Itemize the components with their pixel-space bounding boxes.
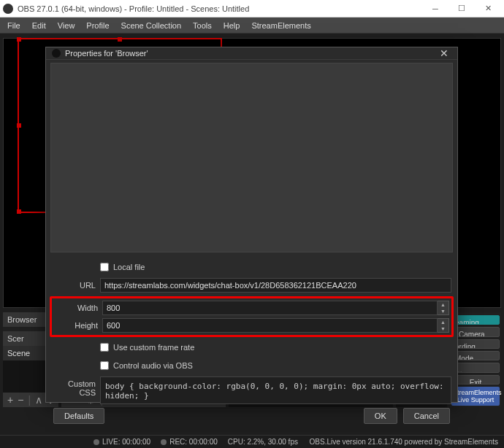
studio-mode-button[interactable]: Mode [451, 351, 500, 360]
menu-scene-collection[interactable]: Scene Collection [115, 19, 188, 32]
ok-button[interactable]: OK [364, 408, 397, 424]
resize-handle[interactable] [17, 123, 21, 128]
dialog-icon [52, 49, 61, 58]
status-bar: LIVE: 00:00:00 REC: 00:00:00 CPU: 2.2%, … [0, 435, 504, 448]
menu-profile[interactable]: Profile [80, 19, 115, 32]
dialog-title: Properties for 'Browser' [65, 49, 148, 58]
settings-button[interactable]: … [451, 363, 500, 372]
height-input[interactable] [102, 318, 438, 333]
menu-tools[interactable]: Tools [187, 19, 218, 32]
rec-indicator-icon [161, 439, 167, 445]
control-audio-input[interactable] [100, 361, 109, 370]
custom-framerate-checkbox[interactable]: Use custom frame rate [100, 343, 194, 352]
menu-streamelements[interactable]: StreamElements [245, 19, 316, 32]
control-audio-checkbox[interactable]: Control audio via OBS [100, 361, 193, 370]
control-audio-label: Control audio via OBS [113, 361, 193, 370]
url-input[interactable] [100, 278, 451, 293]
local-file-label: Local file [113, 263, 145, 271]
custom-framerate-input[interactable] [100, 343, 109, 352]
local-file-checkbox[interactable]: Local file [100, 263, 145, 271]
add-icon[interactable]: + [7, 394, 13, 406]
status-cpu: CPU: 2.2%, 30.00 fps [228, 438, 298, 446]
status-live: LIVE: 00:00:00 [102, 438, 150, 446]
status-version: OBS.Live version 21.6.1.740 powered by S… [310, 438, 498, 446]
app-icon [3, 4, 13, 14]
exit-button[interactable]: Exit [451, 375, 500, 385]
menu-edit[interactable]: Edit [26, 19, 52, 32]
window-titlebar: OBS 27.0.1 (64-bit, windows) - Profile: … [0, 0, 504, 18]
custom-css-input[interactable]: body { background-color: rgba(0, 0, 0, 0… [100, 376, 451, 404]
width-label: Width [54, 304, 98, 312]
menu-help[interactable]: Help [218, 19, 246, 32]
width-spinner[interactable]: ▲▼ [438, 301, 449, 315]
remove-icon[interactable]: − [18, 394, 23, 406]
defaults-button[interactable]: Defaults [53, 408, 104, 424]
live-indicator-icon [93, 439, 99, 445]
custom-framerate-label: Use custom frame rate [113, 343, 194, 352]
dialog-footer: Defaults OK Cancel [46, 408, 457, 424]
dialog-body: Local file URL Width ▲▼ Height [46, 60, 457, 408]
close-button[interactable]: ✕ [475, 0, 501, 18]
window-title: OBS 27.0.1 (64-bit, windows) - Profile: … [18, 4, 422, 13]
minimize-button[interactable]: ─ [422, 0, 448, 18]
properties-form: Local file URL Width ▲▼ Height [50, 260, 453, 408]
start-streaming-button[interactable]: eaming [451, 315, 500, 325]
live-support-button[interactable]: StreamElements Live Support [451, 387, 500, 406]
dialog-titlebar[interactable]: Properties for 'Browser' ✕ [46, 47, 457, 60]
virtual-camera-button[interactable]: l Camera [451, 327, 500, 336]
cancel-button[interactable]: Cancel [403, 408, 450, 424]
status-rec: REC: 00:00:00 [169, 438, 218, 446]
start-recording-button[interactable]: ording [451, 339, 500, 349]
dialog-close-button[interactable]: ✕ [437, 47, 451, 59]
height-label: Height [54, 321, 98, 330]
properties-dialog: Properties for 'Browser' ✕ Local file UR… [45, 47, 458, 403]
local-file-input[interactable] [100, 263, 109, 271]
width-input[interactable] [102, 301, 438, 315]
source-preview [50, 63, 453, 252]
resize-handle[interactable] [17, 37, 21, 42]
maximize-button[interactable]: ☐ [448, 0, 475, 18]
url-label: URL [52, 281, 96, 290]
menu-view[interactable]: View [52, 19, 81, 32]
highlight-size-fields: Width ▲▼ Height ▲▼ [50, 296, 454, 337]
up-icon[interactable]: ∧ [35, 394, 42, 406]
menu-bar: File Edit View Profile Scene Collection … [0, 18, 504, 34]
sources-header-label: Browser [7, 315, 37, 324]
menu-file[interactable]: File [1, 19, 26, 32]
height-spinner[interactable]: ▲▼ [438, 318, 449, 333]
resize-handle[interactable] [17, 209, 21, 214]
scenes-header-label: Scer [7, 334, 24, 343]
custom-css-label: Custom CSS [52, 376, 96, 397]
resize-handle[interactable] [118, 37, 122, 42]
